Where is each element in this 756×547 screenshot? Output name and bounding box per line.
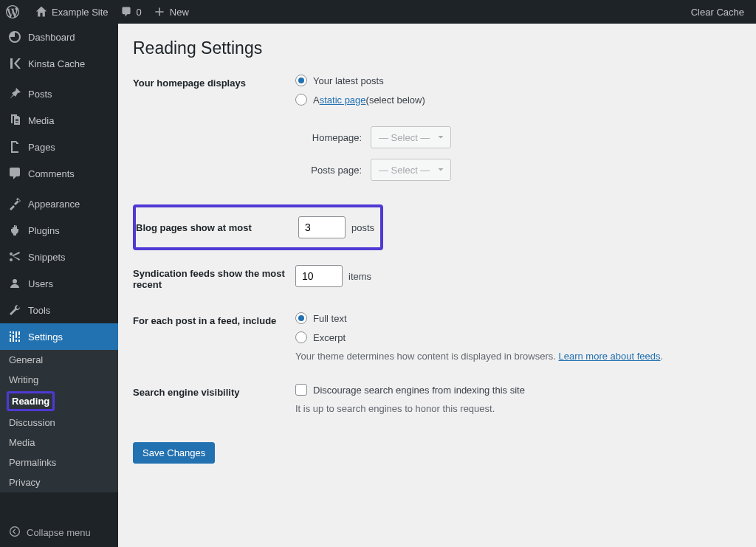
site-name-text: Example Site [52, 7, 109, 18]
content-area: Reading Settings Your homepage displays … [118, 24, 756, 547]
sidebar-label: Comments [28, 168, 75, 179]
sidebar-item-plugins[interactable]: Plugins [0, 217, 118, 244]
seo-checkbox-label: Discourage search engines from indexing … [313, 385, 525, 396]
radio-static-suffix: (select below) [366, 94, 425, 106]
comments-link[interactable]: 0 [114, 0, 148, 24]
syndication-label: Syndication feeds show the most recent [133, 265, 295, 290]
homepage-select-label: Homepage: [295, 132, 362, 143]
users-icon [7, 276, 22, 291]
plugin-icon [7, 223, 22, 238]
sidebar-item-settings[interactable]: Settings [0, 323, 118, 350]
seo-checkbox[interactable] [295, 384, 307, 396]
radio-full-text[interactable] [295, 312, 307, 324]
sidebar-item-kinsta-cache[interactable]: Kinsta Cache [0, 50, 118, 77]
sidebar-item-pages[interactable]: Pages [0, 134, 118, 160]
wp-logo[interactable] [0, 0, 30, 24]
sidebar-label: Users [28, 278, 53, 289]
comments-icon [7, 166, 22, 181]
posts-page-select[interactable]: — Select — [371, 159, 451, 181]
sidebar-item-users[interactable]: Users [0, 270, 118, 297]
admin-sidebar: Dashboard Kinsta Cache Posts Media Pages… [0, 24, 118, 547]
clear-cache-text: Clear Cache [691, 7, 744, 18]
new-link[interactable]: New [148, 0, 195, 24]
radio-static-page[interactable] [295, 94, 307, 106]
homepage-displays-label: Your homepage displays [133, 75, 295, 89]
tools-icon [7, 303, 22, 317]
submenu-permalinks[interactable]: Permalinks [0, 453, 118, 472]
homepage-select[interactable]: — Select — [371, 126, 451, 148]
learn-more-feeds-link[interactable]: Learn more about feeds [558, 351, 660, 362]
sidebar-item-dashboard[interactable]: Dashboard [0, 24, 118, 50]
sidebar-item-snippets[interactable]: Snippets [0, 244, 118, 270]
sidebar-label: Plugins [28, 225, 60, 236]
submenu-privacy[interactable]: Privacy [0, 472, 118, 492]
static-page-link[interactable]: static page [320, 94, 366, 106]
wordpress-icon [6, 5, 19, 18]
homepage-select-value: — Select — [379, 132, 430, 143]
seo-desc: It is up to search engines to honor this… [295, 403, 741, 414]
posts-page-select-value: — Select — [379, 165, 430, 176]
submenu-media[interactable]: Media [0, 433, 118, 453]
admin-bar: Example Site 0 New Clear Cache [0, 0, 756, 24]
blog-pages-highlight: Blog pages show at most posts [133, 204, 383, 250]
sidebar-label: Dashboard [28, 32, 75, 43]
chevron-down-icon [436, 165, 446, 175]
plus-icon [154, 6, 165, 18]
sidebar-label: Tools [28, 305, 50, 316]
appearance-icon [7, 196, 22, 211]
sidebar-label: Settings [28, 331, 63, 343]
new-label: New [170, 7, 189, 18]
sidebar-label: Pages [28, 142, 55, 153]
page-icon [7, 140, 22, 154]
seo-label: Search engine visibility [133, 384, 295, 398]
sidebar-label: Snippets [28, 252, 66, 263]
blog-pages-input[interactable] [298, 216, 346, 238]
submenu-discussion[interactable]: Discussion [0, 413, 118, 433]
radio-latest-posts[interactable] [295, 75, 307, 86]
submenu-reading[interactable]: Reading [9, 393, 52, 409]
kinsta-icon [7, 56, 22, 71]
radio-full-text-label: Full text [313, 313, 347, 324]
snippets-icon [7, 250, 22, 264]
save-changes-button[interactable]: Save Changes [133, 442, 215, 464]
syndication-input[interactable] [295, 265, 343, 287]
comment-icon [120, 6, 132, 18]
collapse-menu-button[interactable]: Collapse menu [0, 518, 118, 547]
sidebar-label: Appearance [28, 199, 80, 210]
home-icon [35, 6, 47, 18]
syndication-suffix: items [348, 271, 371, 282]
radio-excerpt-label: Excerpt [313, 332, 346, 343]
sidebar-label: Media [28, 115, 54, 126]
dashboard-icon [7, 30, 22, 44]
radio-static-prefix: A [313, 94, 320, 106]
posts-page-select-label: Posts page: [295, 165, 362, 176]
sidebar-item-appearance[interactable]: Appearance [0, 190, 118, 217]
comments-count: 0 [137, 7, 142, 18]
submenu-general[interactable]: General [0, 350, 118, 370]
svg-point-0 [10, 527, 20, 537]
blog-pages-suffix: posts [351, 222, 374, 233]
blog-pages-label: Blog pages show at most [136, 222, 298, 233]
collapse-icon [9, 526, 21, 540]
radio-excerpt[interactable] [295, 331, 307, 343]
sidebar-item-posts[interactable]: Posts [0, 80, 118, 107]
sidebar-item-media[interactable]: Media [0, 107, 118, 134]
feed-desc-prefix: Your theme determines how content is dis… [295, 351, 558, 362]
page-title: Reading Settings [133, 38, 741, 58]
collapse-label: Collapse menu [27, 527, 91, 538]
feed-desc-suffix: . [661, 351, 664, 362]
sidebar-item-tools[interactable]: Tools [0, 297, 118, 323]
feed-include-label: For each post in a feed, include [133, 312, 295, 326]
radio-latest-posts-label: Your latest posts [313, 75, 384, 86]
chevron-down-icon [436, 132, 446, 142]
settings-submenu: General Writing Reading Discussion Media… [0, 350, 118, 492]
media-icon [7, 113, 22, 128]
submenu-writing[interactable]: Writing [0, 370, 118, 390]
clear-cache-link[interactable]: Clear Cache [685, 0, 750, 24]
site-name-link[interactable]: Example Site [30, 0, 114, 24]
sidebar-item-comments[interactable]: Comments [0, 160, 118, 187]
sidebar-label: Kinsta Cache [28, 58, 85, 69]
sidebar-label: Posts [28, 89, 52, 100]
pin-icon [7, 86, 22, 101]
settings-icon [7, 329, 22, 344]
